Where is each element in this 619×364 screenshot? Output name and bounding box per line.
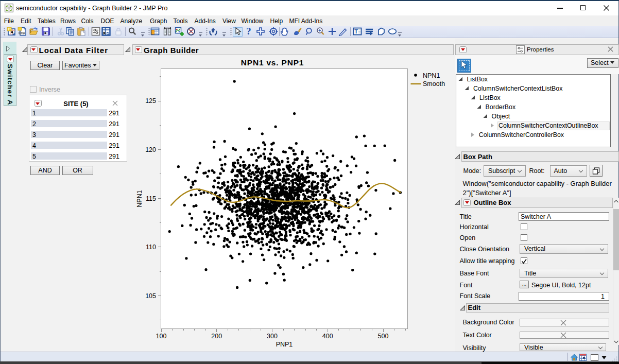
- svg-text:110: 110: [146, 244, 156, 251]
- svg-text:500: 500: [378, 333, 389, 340]
- svg-text:NPN1 vs. PNP1: NPN1 vs. PNP1: [241, 58, 304, 67]
- svg-text:NPN1: NPN1: [136, 190, 143, 207]
- svg-text:300: 300: [267, 333, 278, 340]
- svg-text:Smooth: Smooth: [423, 80, 445, 88]
- svg-text:T: T: [354, 28, 358, 34]
- svg-text:400: 400: [322, 333, 333, 340]
- svg-text:100: 100: [156, 333, 167, 340]
- svg-text:120: 120: [145, 146, 156, 153]
- svg-text:?: ?: [246, 27, 251, 36]
- svg-text:105: 105: [145, 292, 156, 300]
- svg-text:200: 200: [211, 333, 222, 340]
- svg-text:PNP1: PNP1: [276, 341, 293, 348]
- svg-text:NPN1: NPN1: [423, 72, 440, 79]
- svg-text:115: 115: [146, 195, 156, 202]
- svg-text:125: 125: [145, 97, 156, 105]
